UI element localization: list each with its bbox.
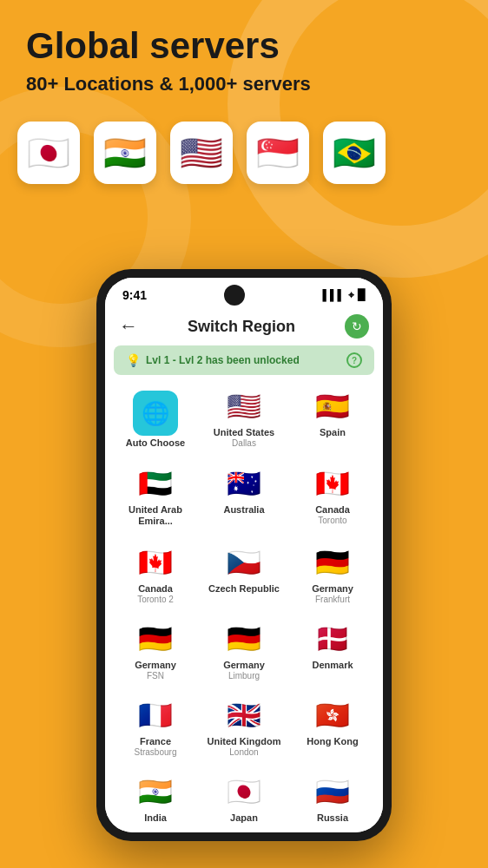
- flag-de3: 🇩🇪: [221, 623, 267, 654]
- region-name: Canada: [315, 504, 350, 516]
- region-item-dk[interactable]: 🇩🇰 Denmark: [289, 615, 376, 689]
- region-sub: Limburg: [228, 671, 260, 681]
- status-bar: 9:41 ▌▌▌ ⌖ ▉: [105, 278, 383, 309]
- bulb-icon: 💡: [126, 353, 141, 367]
- region-item-auto[interactable]: 🌐 Auto Choose: [112, 382, 199, 457]
- camera-notch: [224, 285, 245, 306]
- flag-ca: 🇨🇦: [310, 468, 355, 499]
- region-sub: Toronto: [318, 516, 346, 525]
- unlock-left: 💡 Lvl 1 - Lvl 2 has been unlocked: [126, 353, 300, 367]
- region-item-us[interactable]: 🇺🇸 United States Dallas: [201, 382, 287, 457]
- region-sub: Toronto 2: [137, 595, 174, 604]
- status-time: 9:41: [122, 288, 147, 302]
- region-name: United Kingdom: [208, 736, 281, 747]
- nav-bar: ← Switch Region ↻: [105, 309, 383, 345]
- screen-title: Switch Region: [188, 318, 295, 336]
- region-name: United Arab Emira...: [115, 504, 195, 527]
- region-item-de1[interactable]: 🇩🇪 Germany Frankfurt: [289, 538, 376, 613]
- flag-japan: 🇯🇵: [17, 122, 80, 184]
- auto-icon: 🌐: [133, 391, 178, 436]
- flag-row: 🇯🇵 🇮🇳 🇺🇸 🇸🇬 🇧🇷: [0, 122, 488, 184]
- region-name: Canada: [138, 583, 173, 595]
- region-item-de3[interactable]: 🇩🇪 Germany Limburg: [201, 615, 287, 689]
- flag-ae: 🇦🇪: [133, 468, 178, 499]
- flag-au: 🇦🇺: [221, 468, 267, 499]
- region-name: Australia: [223, 504, 264, 516]
- flag-brazil: 🇧🇷: [323, 122, 386, 184]
- region-item-ru[interactable]: 🇷🇺 Russia: [289, 767, 376, 832]
- flag-india: 🇮🇳: [94, 122, 156, 184]
- flag-us: 🇺🇸: [221, 391, 267, 422]
- region-name: France: [140, 736, 171, 747]
- region-name: Auto Choose: [126, 437, 185, 449]
- region-name: United States: [214, 427, 274, 438]
- region-item-in[interactable]: 🇮🇳 India: [112, 767, 199, 832]
- region-sub: FSN: [147, 671, 164, 681]
- flag-gb: 🇬🇧: [221, 700, 267, 731]
- help-icon[interactable]: ?: [346, 352, 362, 368]
- unlock-text: Lvl 1 - Lvl 2 has been unlocked: [146, 354, 300, 366]
- region-item-ca2[interactable]: 🇨🇦 Canada Toronto 2: [112, 538, 199, 613]
- phone-mockup: 9:41 ▌▌▌ ⌖ ▉ ← Switch Region ↻ 💡 Lvl 1 -…: [96, 269, 392, 841]
- region-name: Germany: [223, 660, 265, 671]
- unlock-banner: 💡 Lvl 1 - Lvl 2 has been unlocked ?: [114, 345, 374, 375]
- header-section: Global servers 80+ Locations & 1,000+ se…: [0, 0, 488, 122]
- region-sub: Frankfurt: [315, 595, 350, 604]
- flag-ca2: 🇨🇦: [133, 547, 178, 578]
- page-subtitle: 80+ Locations & 1,000+ servers: [26, 73, 462, 95]
- region-item-jp[interactable]: 🇯🇵 Japan: [201, 767, 287, 832]
- signal-icon: ▌▌▌: [322, 289, 345, 301]
- region-item-fr[interactable]: 🇫🇷 France Strasbourg: [112, 691, 199, 766]
- flag-dk: 🇩🇰: [310, 623, 355, 654]
- region-item-es[interactable]: 🇪🇸 Spain: [289, 382, 376, 457]
- phone-screen: 9:41 ▌▌▌ ⌖ ▉ ← Switch Region ↻ 💡 Lvl 1 -…: [105, 278, 383, 832]
- flag-es: 🇪🇸: [310, 391, 355, 422]
- region-name: Germany: [312, 583, 353, 595]
- phone-body: 9:41 ▌▌▌ ⌖ ▉ ← Switch Region ↻ 💡 Lvl 1 -…: [96, 269, 392, 841]
- back-button[interactable]: ←: [119, 315, 138, 338]
- flag-singapore: 🇸🇬: [247, 122, 309, 184]
- region-item-ae[interactable]: 🇦🇪 United Arab Emira...: [112, 459, 199, 536]
- region-name: Czech Republic: [208, 583, 280, 595]
- flag-in: 🇮🇳: [133, 776, 178, 807]
- flag-de1: 🇩🇪: [310, 547, 355, 578]
- flag-usa: 🇺🇸: [170, 122, 233, 184]
- region-item-au[interactable]: 🇦🇺 Australia: [201, 459, 287, 536]
- region-name: Japan: [230, 812, 258, 824]
- flag-de2: 🇩🇪: [133, 623, 178, 654]
- region-name: Hong Kong: [307, 736, 358, 747]
- region-item-cz[interactable]: 🇨🇿 Czech Republic: [201, 538, 287, 613]
- refresh-button[interactable]: ↻: [345, 314, 369, 339]
- wifi-icon: ⌖: [348, 289, 354, 301]
- region-name: Denmark: [312, 660, 353, 671]
- flag-cz: 🇨🇿: [221, 547, 267, 578]
- battery-icon: ▉: [358, 289, 366, 301]
- flag-hk: 🇭🇰: [310, 700, 355, 731]
- region-item-hk[interactable]: 🇭🇰 Hong Kong: [289, 691, 376, 766]
- flag-fr: 🇫🇷: [133, 700, 178, 731]
- region-name: India: [144, 812, 167, 824]
- region-item-de2[interactable]: 🇩🇪 Germany FSN: [112, 615, 199, 689]
- region-name: Germany: [135, 660, 176, 671]
- flag-ru: 🇷🇺: [310, 776, 355, 807]
- regions-grid: 🌐 Auto Choose 🇺🇸 United States Dallas 🇪🇸…: [105, 382, 383, 832]
- region-sub: Strasbourg: [135, 747, 177, 757]
- status-icons: ▌▌▌ ⌖ ▉: [322, 289, 366, 301]
- region-sub: London: [229, 747, 258, 757]
- region-item-ca[interactable]: 🇨🇦 Canada Toronto: [289, 459, 376, 536]
- region-name: Russia: [317, 812, 348, 824]
- flag-jp: 🇯🇵: [221, 776, 267, 807]
- region-name: Spain: [320, 427, 346, 438]
- page-title: Global servers: [26, 26, 462, 66]
- region-sub: Dallas: [232, 438, 256, 448]
- region-item-gb[interactable]: 🇬🇧 United Kingdom London: [201, 691, 287, 766]
